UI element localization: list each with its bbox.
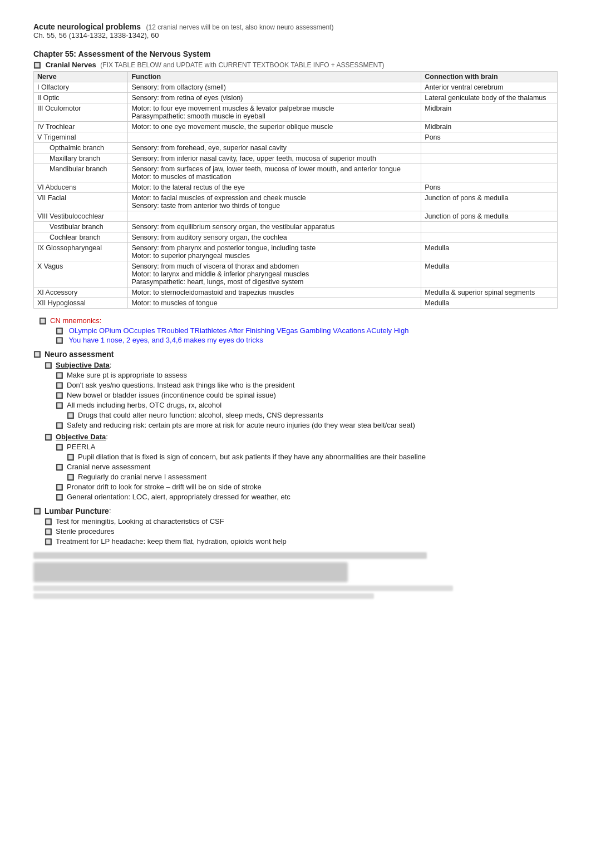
cn-mnemonics-section: 🔲 CN mnemonics: 🔲 OLympic OPium OCcupies… xyxy=(39,316,558,344)
col-header-nerve: Nerve xyxy=(34,72,128,82)
list-item: 🔲Drugs that could alter neuro function: … xyxy=(67,411,558,419)
bullet-neuro-icon: 🔲 xyxy=(33,351,41,358)
list-item: 🔲Treatment for LP headache: keep them fl… xyxy=(45,537,558,545)
bullet-icon: 🔲 xyxy=(45,518,52,525)
bullet-icon: 🔲 xyxy=(56,382,63,389)
item-text: Test for meningitis, Looking at characte… xyxy=(56,517,224,525)
table-row: I OlfactorySensory: from olfactory (smel… xyxy=(34,82,558,93)
item-text: Cranial nerve assessment xyxy=(67,463,150,471)
list-item: 🔲General orientation: LOC, alert, approp… xyxy=(56,493,558,501)
list-item: 🔲Pupil dilation that is fixed is sign of… xyxy=(67,453,558,461)
nerve-cell: Vestibular branch xyxy=(34,222,128,232)
cn-mnemonics-header: 🔲 CN mnemonics: xyxy=(39,316,558,325)
list-item: 🔲Don't ask yes/no questions. Instead ask… xyxy=(56,381,558,389)
connection-cell: Junction of pons & medulla xyxy=(421,211,558,222)
bullet-objective-icon: 🔲 xyxy=(45,434,52,441)
item-text: Drugs that could alter neuro function: a… xyxy=(78,411,323,419)
nerve-cell: XII Hypoglossal xyxy=(34,298,128,309)
mnemonic2-line: 🔲 You have 1 nose, 2 eyes, and 3,4,6 mak… xyxy=(56,336,558,344)
header-section: Acute neurological problems (12 cranial … xyxy=(33,22,558,39)
bullet-lumbar-icon: 🔲 xyxy=(33,508,41,515)
bullet-mnemonic2-icon: 🔲 xyxy=(56,337,63,344)
subjective-section: 🔲 Subjective Data : 🔲Make sure pt is app… xyxy=(45,361,558,429)
function-cell: Sensory: from olfactory (smell) xyxy=(128,82,421,93)
chapter55-section: Chapter 55: Assessment of the Nervous Sy… xyxy=(33,49,558,344)
bullet-icon: 🔲 xyxy=(56,494,63,501)
connection-cell: Midbrain xyxy=(421,103,558,122)
list-item: 🔲Make sure pt is appropriate to assess xyxy=(56,371,558,379)
subjective-items: 🔲Make sure pt is appropriate to assess🔲D… xyxy=(56,371,558,429)
nerve-cell: II Optic xyxy=(34,93,128,103)
page-container: Acute neurological problems (12 cranial … xyxy=(33,22,558,599)
bullet-icon: 🔲 xyxy=(45,538,52,545)
function-cell: Sensory: from surfaces of jaw, lower tee… xyxy=(128,164,421,182)
connection-cell xyxy=(421,164,558,182)
cranial-nerves-label: Cranial Nerves xyxy=(46,61,96,69)
nerve-cell: XI Accessory xyxy=(34,287,128,298)
neuro-assessment-section: 🔲 Neuro assessment 🔲 Subjective Data : 🔲… xyxy=(33,350,558,501)
header-title: Acute neurological problems xyxy=(33,22,141,31)
item-text: Safety and reducing risk: certain pts ar… xyxy=(67,421,415,429)
nerve-cell: VI Abducens xyxy=(34,182,128,193)
function-cell xyxy=(128,132,421,143)
function-cell: Sensory: from forehead, eye, superior na… xyxy=(128,143,421,153)
connection-cell: Medulla xyxy=(421,261,558,287)
neuro-assessment-title-line: 🔲 Neuro assessment xyxy=(33,350,558,359)
list-item: 🔲Sterile procedures xyxy=(45,527,558,535)
connection-cell xyxy=(421,232,558,243)
bullet-icon: 🔲 xyxy=(56,422,63,429)
table-row: IV TrochlearMotor: to one eye movement m… xyxy=(34,122,558,132)
table-row: VIII VestibulocochlearJunction of pons &… xyxy=(34,211,558,222)
function-cell xyxy=(128,211,421,222)
function-cell: Sensory: from auditory sensory organ, th… xyxy=(128,232,421,243)
item-text: Make sure pt is appropriate to assess xyxy=(67,371,187,379)
mnemonic1-line: 🔲 OLympic OPium OCcupies TRoubled TRiath… xyxy=(56,326,558,335)
function-cell: Sensory: from much of viscera of thorax … xyxy=(128,261,421,287)
mnemonic1-text: OLympic OPium OCcupies TRoubled TRiathle… xyxy=(69,326,409,335)
col-header-connection: Connection with brain xyxy=(421,72,558,82)
list-item: 🔲Regularly do cranial nerve I assessment xyxy=(67,473,558,481)
connection-cell: Medulla & superior spinal segments xyxy=(421,287,558,298)
cranial-nerves-header: 🔲 Cranial Nerves (FIX TABLE BELOW and UP… xyxy=(33,61,558,69)
blurred-content xyxy=(33,552,558,599)
nerve-cell: I Olfactory xyxy=(34,82,128,93)
connection-cell: Medulla xyxy=(421,298,558,309)
function-cell: Motor: to sternocleidomastoid and trapez… xyxy=(128,287,421,298)
list-item: 🔲New bowel or bladder issues (incontinen… xyxy=(56,391,558,399)
nerve-cell: IX Glossopharyngeal xyxy=(34,243,128,261)
neuro-assessment-title: Neuro assessment xyxy=(45,350,114,359)
nerve-cell: III Oculomotor xyxy=(34,103,128,122)
objective-label: Objective Data xyxy=(56,433,106,441)
lumbar-title: Lumbar Puncture xyxy=(45,507,109,515)
function-cell: Motor: to the lateral rectus of the eye xyxy=(128,182,421,193)
col-header-function: Function xyxy=(128,72,421,82)
list-item: 🔲All meds including herbs, OTC drugs, rx… xyxy=(56,401,558,409)
table-row: III OculomotorMotor: to four eye movemen… xyxy=(34,103,558,122)
lumbar-title-line: 🔲 Lumbar Puncture : xyxy=(33,507,558,515)
function-cell: Motor: to facial muscles of expression a… xyxy=(128,193,421,211)
item-text: General orientation: LOC, alert, appropr… xyxy=(67,493,290,501)
list-item: 🔲Pronator drift to look for stroke – dri… xyxy=(56,483,558,491)
bullet-icon: 🔲 xyxy=(56,464,63,471)
mnemonic2-text: You have 1 nose, 2 eyes, and 3,4,6 makes… xyxy=(68,336,263,344)
list-item: 🔲PEERLA xyxy=(56,443,558,451)
objective-header-line: 🔲 Objective Data : xyxy=(45,433,558,441)
item-text: Regularly do cranial nerve I assessment xyxy=(78,473,206,481)
list-item: 🔲Test for meningitis, Looking at charact… xyxy=(45,517,558,525)
cranial-nerves-note: (FIX TABLE BELOW and UPDATE with CURRENT… xyxy=(100,61,384,69)
item-text: All meds including herbs, OTC drugs, rx,… xyxy=(67,401,221,409)
bullet-icon: 🔲 xyxy=(56,444,63,451)
bullet-icon: 🔲 xyxy=(39,318,47,325)
function-cell: Sensory: from inferior nasal cavity, fac… xyxy=(128,153,421,164)
bullet-subjective-icon: 🔲 xyxy=(45,362,52,369)
table-row: IX GlossopharyngealSensory: from pharynx… xyxy=(34,243,558,261)
nerve-cell: Cochlear branch xyxy=(34,232,128,243)
objective-items: 🔲PEERLA🔲Pupil dilation that is fixed is … xyxy=(56,443,558,501)
nerve-cell: Maxillary branch xyxy=(34,153,128,164)
function-cell: Sensory: from equilibrium sensory organ,… xyxy=(128,222,421,232)
connection-cell xyxy=(421,143,558,153)
table-row: Maxillary branchSensory: from inferior n… xyxy=(34,153,558,164)
nerve-cell: Opthalmic branch xyxy=(34,143,128,153)
bullet-icon: 🔲 xyxy=(56,372,63,379)
connection-cell: Junction of pons & medulla xyxy=(421,193,558,211)
